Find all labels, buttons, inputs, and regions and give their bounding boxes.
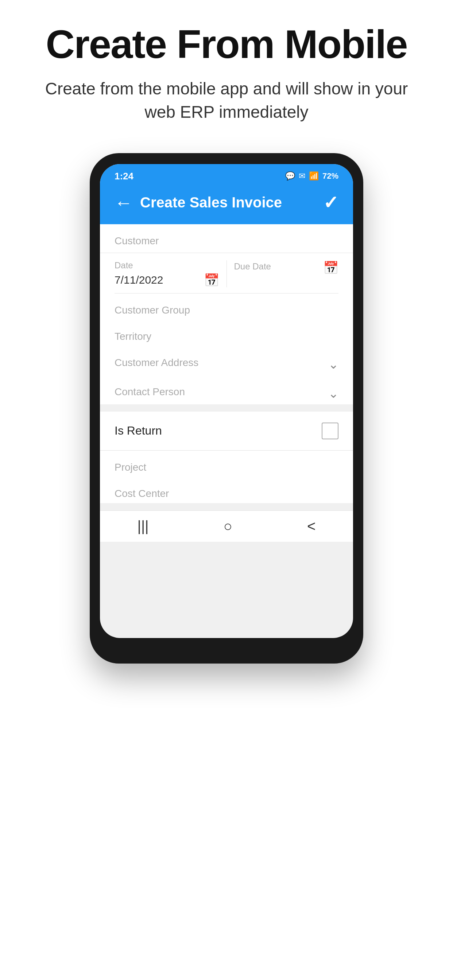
status-time: 1:24 [115,170,134,182]
customer-address-chevron-icon: ⌄ [328,357,338,372]
battery-indicator: 72% [322,171,338,181]
customer-group-label: Customer Group [115,304,190,316]
cost-center-label: Cost Center [115,488,169,499]
project-section: Project [100,450,353,477]
customer-group-section: Customer Group [100,293,353,320]
form-content: Customer Date 7/11/2022 📅 [100,224,353,542]
nav-back-icon[interactable]: < [307,518,316,535]
due-date-label: Due Date [234,261,271,272]
project-field[interactable]: Project [115,450,338,477]
contact-person-field[interactable]: Contact Person ⌄ [115,375,338,404]
date-calendar-icon[interactable]: 📅 [204,273,219,287]
due-date-calendar-icon[interactable]: 📅 [323,260,338,275]
cost-center-field[interactable]: Cost Center [115,477,338,503]
status-icons: 💬 ✉ 📶 72% [285,171,338,181]
nav-menu-icon[interactable]: ||| [137,518,149,535]
back-button[interactable]: ← [115,192,133,213]
territory-label: Territory [115,331,152,342]
date-row: Date 7/11/2022 📅 Due Date 📅 [115,260,338,293]
page-title: Create From Mobile [31,22,422,66]
contact-person-chevron-icon: ⌄ [328,386,338,401]
page-subtitle: Create from the mobile app and will show… [0,77,453,124]
bottom-separator [100,503,353,511]
project-label: Project [115,461,146,473]
customer-field[interactable]: Customer [100,224,353,253]
contact-person-section: Contact Person ⌄ [100,375,353,404]
save-button[interactable]: ✓ [323,192,338,213]
bottom-nav: ||| ○ < [100,511,353,542]
phone-screen: 1:24 💬 ✉ 📶 72% ← Create Sales Invoice ✓ [100,164,353,638]
territory-section: Territory [100,320,353,346]
phone-mockup: 1:24 💬 ✉ 📶 72% ← Create Sales Invoice ✓ [90,153,363,663]
app-header-title: Create Sales Invoice [140,194,323,211]
customer-address-section: Customer Address ⌄ [100,346,353,375]
customer-group-field[interactable]: Customer Group [115,293,338,320]
due-date-field[interactable]: Due Date 📅 [227,260,339,287]
customer-label: Customer [115,235,159,247]
is-return-checkbox[interactable] [322,423,338,439]
status-bar: 1:24 💬 ✉ 📶 72% [100,164,353,185]
is-return-label: Is Return [115,424,162,438]
section-separator [100,404,353,412]
date-field[interactable]: Date 7/11/2022 📅 [115,260,227,287]
message-icon: ✉ [299,171,305,181]
app-header: ← Create Sales Invoice ✓ [100,185,353,224]
territory-field[interactable]: Territory [115,320,338,346]
cost-center-section: Cost Center [100,477,353,503]
customer-address-field[interactable]: Customer Address ⌄ [115,346,338,375]
nav-home-icon[interactable]: ○ [223,518,232,535]
date-label: Date [115,260,219,270]
contact-person-label: Contact Person [115,386,185,398]
date-section: Date 7/11/2022 📅 Due Date 📅 [100,253,353,293]
is-return-field[interactable]: Is Return [100,412,353,450]
whatsapp-icon: 💬 [285,171,295,181]
customer-address-label: Customer Address [115,357,198,369]
signal-icon: 📶 [309,171,319,181]
date-value: 7/11/2022 [115,274,163,286]
